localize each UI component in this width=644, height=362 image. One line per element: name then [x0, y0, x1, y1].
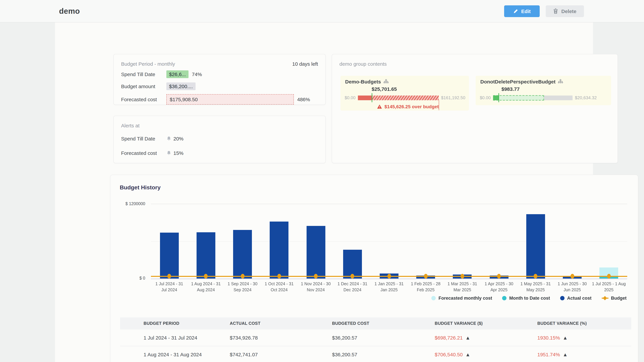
- bell-icon: [166, 136, 172, 141]
- budget-marker: [424, 274, 428, 279]
- header-actions: Edit Delete: [504, 5, 584, 17]
- table-cell-variance_usd: $698,726.21▲: [435, 335, 537, 341]
- x-axis-label: 1 Mar 2025 - 31 Mar 2025: [444, 281, 481, 293]
- budget-item-donotdelete[interactable]: DonotDeletePerspectiveBudget $983.77 $0.…: [476, 76, 611, 105]
- budget-current-value: $983.77: [502, 86, 520, 92]
- alert-spend-row: Spend Till Date 20%: [121, 134, 318, 143]
- budget-item-name: DonotDeletePerspectiveBudget: [480, 79, 556, 84]
- budget-marker: [607, 274, 611, 279]
- legend-item[interactable]: Actual cost: [560, 296, 592, 301]
- forecasted-cost-value: $175,908.50: [166, 94, 294, 104]
- budget-progress-bar: [493, 95, 572, 100]
- increase-triangle-icon: ▲: [563, 352, 568, 357]
- table-cell-actual: $742,741.07: [230, 352, 332, 357]
- legend-swatch: [502, 296, 506, 300]
- edit-button[interactable]: Edit: [504, 5, 540, 17]
- x-axis-label: 1 Apr 2025 - 30 Apr 2025: [481, 281, 517, 293]
- bell-icon: [166, 150, 172, 155]
- table-row: 1 Jul 2024 - 31 Jul 2024$734,926.78$36,2…: [120, 330, 631, 346]
- chart-bar: [160, 233, 178, 279]
- warning-icon: [377, 104, 382, 109]
- delete-button[interactable]: Delete: [546, 5, 584, 17]
- trash-icon: [553, 8, 558, 14]
- x-axis-label: 1 Jul 2024 - 31 Jul 2024: [151, 281, 188, 293]
- budget-item-name: Demo-Budgets: [345, 79, 381, 84]
- budget-marker: [570, 274, 574, 279]
- budget-amount-label: Budget amount: [121, 83, 166, 89]
- forecasted-cost-label: Forecasted cost: [121, 96, 166, 102]
- table-cell-period: 1 Aug 2024 - 31 Aug 2024: [144, 352, 230, 357]
- x-axis-label: 1 Aug 2024 - 31 Aug 2024: [188, 281, 224, 293]
- legend-label: Budget: [611, 296, 626, 301]
- page-title: demo: [59, 6, 80, 15]
- delete-button-label: Delete: [561, 8, 576, 14]
- pencil-icon: [513, 8, 518, 13]
- spend-till-date-label: Spend Till Date: [121, 71, 166, 77]
- budget-current-value: $25,701.65: [372, 86, 397, 92]
- hierarchy-icon: [558, 79, 563, 84]
- table-column-header: ACTUAL COST: [230, 321, 332, 326]
- chart-bar: [196, 232, 215, 279]
- y-axis-zero-label: $ 0: [110, 276, 145, 281]
- x-axis-label: 1 Jun 2025 - 30 Jun 2025: [554, 281, 590, 293]
- spend-till-date-value: $26,6...: [166, 70, 188, 78]
- increase-triangle-icon: ▲: [563, 335, 568, 341]
- chart-bar: [270, 222, 289, 279]
- chart-legend: Forecasted monthly costMonth to Date cos…: [432, 296, 626, 301]
- table-cell-budgeted: $36,200.57: [332, 352, 435, 357]
- alert-forecast-label: Forecasted cost: [121, 150, 166, 156]
- budget-amount-row: Budget amount $36,200....: [121, 82, 318, 91]
- legend-item[interactable]: Month to Date cost: [502, 296, 550, 301]
- legend-swatch: [602, 298, 608, 299]
- alerts-card: Alerts at Spend Till Date 20% Forecasted…: [113, 116, 326, 163]
- x-axis-label: 1 Feb 2025 - 28 Feb 2025: [407, 281, 444, 293]
- page-header: demo Edit Delete: [0, 0, 644, 22]
- table-column-header: BUDGET VARIANCE (%): [537, 321, 631, 326]
- chart-plot: [151, 204, 627, 279]
- chart-bar: [526, 214, 545, 279]
- table-body: 1 Jul 2024 - 31 Jul 2024$734,926.78$36,2…: [120, 330, 631, 362]
- budget-history-card: Budget History $ 1200000 $ 0 1 Jul 2024 …: [110, 175, 638, 362]
- days-left-label: 10 days left: [292, 61, 318, 67]
- budget-item-demo-budgets[interactable]: Demo-Budgets $25,701.65 $0.00 $161,192.5…: [340, 76, 469, 111]
- legend-label: Month to Date cost: [509, 296, 550, 301]
- table-column-header: BUDGET PERIOD: [144, 321, 230, 326]
- legend-swatch: [560, 296, 564, 300]
- budget-table: BUDGET PERIODACTUAL COSTBUDGETED COSTBUD…: [120, 318, 631, 362]
- x-axis-label: 1 Jul 2025 - 1 Aug 2025: [590, 281, 627, 293]
- spend-till-date-percent: 74%: [192, 71, 202, 77]
- legend-item[interactable]: Budget: [602, 296, 626, 301]
- x-axis-label: 1 May 2025 - 31 May 2025: [517, 281, 554, 293]
- budget-period-title: Budget Period - monthly: [121, 61, 175, 67]
- budget-amount-value: $36,200....: [166, 82, 196, 90]
- increase-triangle-icon: ▲: [466, 335, 470, 341]
- content-area: Budget Period - monthly 10 days left Spe…: [55, 22, 593, 362]
- hierarchy-icon: [383, 79, 388, 84]
- table-column-header: BUDGET VARIANCE ($): [435, 321, 537, 326]
- increase-triangle-icon: ▲: [466, 352, 470, 357]
- budget-min-label: $0.00: [340, 95, 356, 100]
- budget-history-title: Budget History: [120, 184, 161, 191]
- alert-forecast-value: 15%: [174, 150, 184, 156]
- spend-till-date-row: Spend Till Date $26,6... 74%: [121, 70, 318, 79]
- app: demo Edit Delete Budget Period - monthly…: [0, 0, 644, 362]
- legend-item[interactable]: Forecasted monthly cost: [432, 296, 492, 301]
- over-budget-alert: $145,626.25 over budget: [377, 104, 439, 109]
- legend-swatch: [432, 296, 436, 300]
- alerts-title: Alerts at: [121, 123, 140, 128]
- table-cell-variance_pct: 1951.74%▲: [537, 352, 631, 357]
- table-cell-actual: $734,926.78: [230, 335, 332, 341]
- chart-bar: [306, 226, 325, 279]
- table-cell-budgeted: $36,200.57: [332, 335, 435, 341]
- edit-button-label: Edit: [521, 8, 531, 14]
- x-axis-label: 1 Dec 2024 - 31 Dec 2024: [334, 281, 371, 293]
- x-axis-label: 1 Sep 2024 - 30 Sep 2024: [224, 281, 261, 293]
- x-axis-label: 1 Nov 2024 - 30 Nov 2024: [298, 281, 334, 293]
- x-axis-label: 1 Oct 2024 - 31 Oct 2024: [261, 281, 297, 293]
- x-axis-label: 1 Jan 2025 - 31 Jan 2025: [371, 281, 407, 293]
- x-axis-baseline: [151, 279, 627, 279]
- table-cell-period: 1 Jul 2024 - 31 Jul 2024: [144, 335, 230, 341]
- over-budget-text: $145,626.25 over budget: [384, 104, 439, 109]
- table-column-header: BUDGETED COST: [332, 321, 435, 326]
- budget-period-card: Budget Period - monthly 10 days left Spe…: [113, 54, 326, 105]
